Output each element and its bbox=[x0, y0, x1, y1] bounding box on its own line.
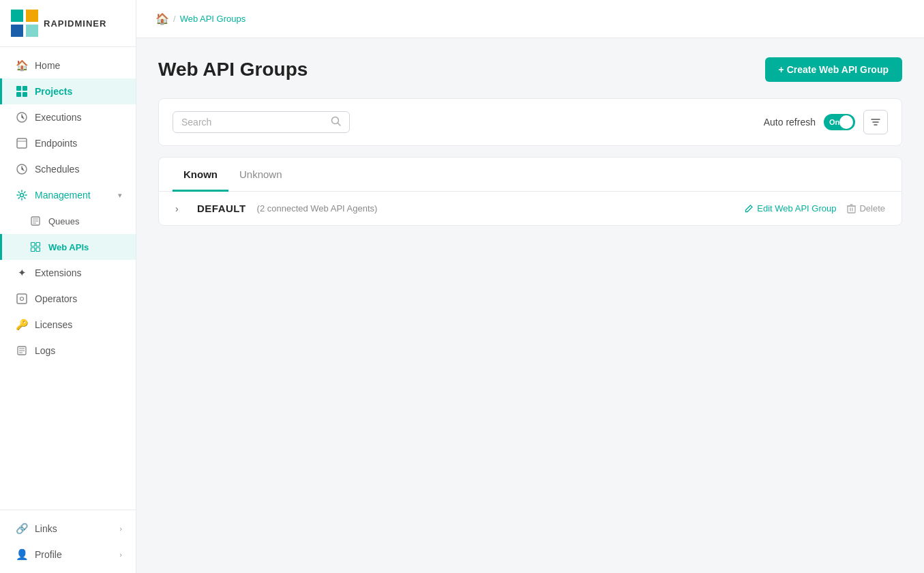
search-icon bbox=[331, 116, 341, 128]
search-input-wrap bbox=[173, 111, 350, 133]
sidebar-item-licenses-label: Licenses bbox=[35, 319, 72, 330]
tabs-header: Known Unknown bbox=[159, 158, 901, 192]
schedules-icon bbox=[16, 163, 28, 175]
sidebar-item-executions-label: Executions bbox=[35, 112, 81, 123]
edit-web-api-group-link[interactable]: Edit Web API Group bbox=[744, 203, 836, 214]
sidebar-item-endpoints[interactable]: Endpoints bbox=[0, 130, 136, 156]
profile-icon: 👤 bbox=[16, 548, 28, 561]
webapis-icon bbox=[29, 241, 42, 253]
content-area: Web API Groups + Create Web API Group Au… bbox=[136, 38, 924, 573]
sidebar-item-logs[interactable]: Logs bbox=[0, 338, 136, 364]
svg-point-12 bbox=[20, 194, 24, 197]
logo-area: RAPIDMINER bbox=[0, 0, 136, 47]
links-arrow: › bbox=[119, 525, 122, 533]
sidebar-item-links[interactable]: 🔗 Links › bbox=[0, 516, 136, 542]
auto-refresh-toggle[interactable]: On bbox=[824, 114, 855, 130]
svg-line-28 bbox=[338, 123, 341, 126]
sidebar-item-schedules[interactable]: Schedules bbox=[0, 156, 136, 182]
svg-rect-18 bbox=[36, 243, 40, 247]
sidebar-item-queues[interactable]: Queues bbox=[0, 208, 136, 234]
sidebar-item-schedules-label: Schedules bbox=[35, 164, 79, 175]
group-description: (2 connected Web API Agents) bbox=[257, 203, 378, 214]
right-controls: Auto refresh On bbox=[764, 110, 888, 134]
sidebar-item-projects[interactable]: Projects bbox=[0, 78, 136, 104]
sidebar-item-webapis[interactable]: Web APIs bbox=[0, 234, 136, 260]
svg-rect-5 bbox=[23, 86, 27, 91]
search-input[interactable] bbox=[181, 117, 325, 128]
nav-list: 🏠 Home Projects Executions bbox=[0, 47, 136, 510]
auto-refresh-label: Auto refresh bbox=[764, 117, 816, 128]
svg-rect-32 bbox=[848, 206, 855, 213]
sidebar-item-extensions-label: Extensions bbox=[35, 267, 81, 278]
licenses-icon: 🔑 bbox=[16, 319, 28, 331]
sidebar-item-management[interactable]: Management ▾ bbox=[0, 182, 136, 208]
svg-rect-1 bbox=[26, 10, 38, 22]
sidebar-item-executions[interactable]: Executions bbox=[0, 104, 136, 130]
create-web-api-group-button[interactable]: + Create Web API Group bbox=[765, 57, 902, 82]
logs-icon bbox=[16, 344, 28, 357]
toggle-on-label: On bbox=[829, 118, 839, 126]
svg-rect-7 bbox=[23, 92, 27, 97]
sidebar-item-endpoints-label: Endpoints bbox=[35, 138, 77, 149]
breadcrumb-current: Web API Groups bbox=[180, 14, 246, 24]
breadcrumb-separator: / bbox=[173, 14, 176, 24]
page-title: Web API Groups bbox=[158, 59, 308, 80]
svg-rect-6 bbox=[16, 92, 21, 97]
svg-rect-0 bbox=[11, 10, 23, 22]
tab-unknown[interactable]: Unknown bbox=[228, 158, 293, 192]
svg-rect-21 bbox=[17, 294, 27, 304]
main-content: 🏠 / Web API Groups Web API Groups + Crea… bbox=[136, 0, 924, 573]
sidebar-item-operators[interactable]: Operators bbox=[0, 286, 136, 312]
svg-rect-2 bbox=[11, 25, 23, 37]
group-actions: Edit Web API Group Delete bbox=[744, 203, 885, 214]
endpoints-icon bbox=[16, 137, 28, 149]
page-header: Web API Groups + Create Web API Group bbox=[158, 57, 902, 82]
svg-rect-4 bbox=[16, 86, 21, 91]
toggle-switch[interactable]: On bbox=[824, 114, 855, 130]
sidebar: RAPIDMINER 🏠 Home Projects Ex bbox=[0, 0, 136, 573]
profile-arrow: › bbox=[119, 550, 122, 559]
sidebar-item-extensions[interactable]: ✦ Extensions bbox=[0, 260, 136, 286]
sidebar-item-logs-label: Logs bbox=[35, 345, 55, 356]
svg-rect-9 bbox=[17, 138, 27, 148]
tabs-container: Known Unknown › DEFAULT (2 connected Web… bbox=[158, 157, 902, 226]
svg-rect-3 bbox=[26, 25, 38, 37]
sidebar-item-profile[interactable]: 👤 Profile › bbox=[0, 542, 136, 568]
breadcrumb-home-icon[interactable]: 🏠 bbox=[155, 12, 169, 25]
logo-text: RAPIDMINER bbox=[44, 18, 106, 29]
tab-known[interactable]: Known bbox=[173, 158, 228, 192]
sidebar-item-licenses[interactable]: 🔑 Licenses bbox=[0, 312, 136, 338]
queues-icon bbox=[29, 215, 42, 227]
breadcrumb: 🏠 / Web API Groups bbox=[155, 12, 245, 25]
sidebar-item-home[interactable]: 🏠 Home bbox=[0, 53, 136, 78]
sidebar-item-profile-label: Profile bbox=[35, 549, 62, 560]
logo-icon bbox=[11, 10, 38, 37]
top-bar: 🏠 / Web API Groups bbox=[136, 0, 924, 38]
table-row: › DEFAULT (2 connected Web API Agents) E… bbox=[159, 192, 901, 225]
svg-point-22 bbox=[20, 297, 24, 301]
home-icon: 🏠 bbox=[16, 59, 28, 72]
expand-arrow-icon[interactable]: › bbox=[175, 203, 189, 214]
links-icon: 🔗 bbox=[16, 523, 28, 535]
delete-group-button[interactable]: Delete bbox=[847, 203, 885, 214]
svg-rect-19 bbox=[31, 248, 35, 252]
sidebar-item-queues-label: Queues bbox=[48, 216, 80, 226]
operators-icon bbox=[16, 293, 28, 305]
extensions-icon: ✦ bbox=[16, 267, 28, 279]
group-name: DEFAULT bbox=[197, 203, 246, 214]
sidebar-item-links-label: Links bbox=[35, 523, 57, 534]
svg-rect-17 bbox=[31, 243, 35, 247]
filter-button[interactable] bbox=[863, 110, 888, 134]
management-icon bbox=[16, 189, 28, 201]
projects-icon bbox=[16, 85, 28, 98]
executions-icon bbox=[16, 111, 28, 123]
sidebar-bottom: 🔗 Links › 👤 Profile › bbox=[0, 510, 136, 573]
svg-rect-20 bbox=[36, 248, 40, 252]
sidebar-item-operators-label: Operators bbox=[35, 293, 77, 304]
sidebar-item-management-label: Management bbox=[35, 190, 91, 201]
sidebar-item-webapis-label: Web APIs bbox=[48, 242, 89, 252]
management-arrow: ▾ bbox=[118, 191, 122, 200]
search-bar: Auto refresh On bbox=[158, 98, 902, 146]
sidebar-item-projects-label: Projects bbox=[35, 86, 72, 97]
sidebar-item-home-label: Home bbox=[35, 60, 60, 71]
